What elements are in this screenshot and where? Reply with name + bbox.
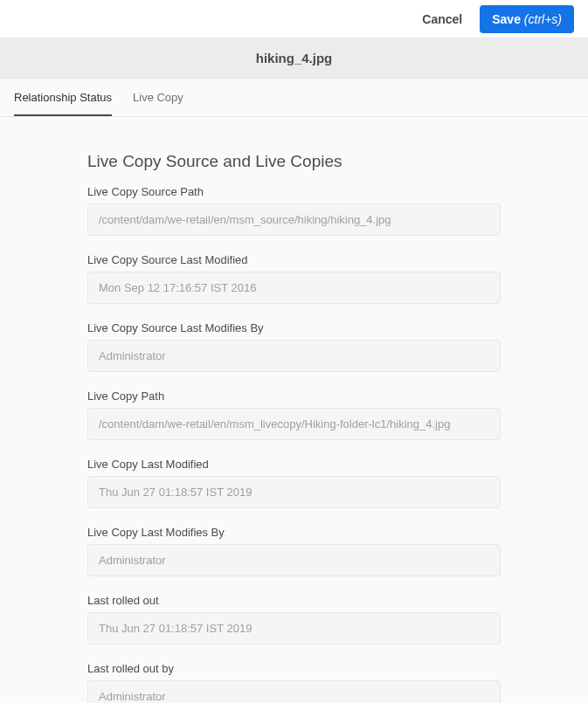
- cancel-button[interactable]: Cancel: [419, 7, 466, 31]
- field-last-rolled-out: Last rolled out: [87, 594, 501, 644]
- field-source-last-modified: Live Copy Source Last Modified: [87, 253, 501, 304]
- input-source-last-modified-by: [87, 340, 501, 372]
- field-last-rolled-out-by: Last rolled out by: [87, 662, 501, 703]
- label-source-last-modified-by: Live Copy Source Last Modifies By: [87, 321, 501, 334]
- label-last-rolled-out: Last rolled out: [87, 594, 501, 607]
- top-bar: Cancel Save (ctrl+s): [0, 0, 588, 38]
- input-live-copy-path: [87, 408, 501, 440]
- input-live-copy-last-modified: [87, 476, 501, 508]
- header-bar: hiking_4.jpg: [0, 38, 588, 79]
- field-live-copy-last-modified-by: Live Copy Last Modifies By: [87, 526, 501, 576]
- save-shortcut: (ctrl+s): [524, 12, 562, 26]
- label-live-copy-last-modified: Live Copy Last Modified: [87, 458, 501, 471]
- tab-relationship-status[interactable]: Relationship Status: [14, 79, 112, 116]
- save-label: Save: [492, 12, 521, 26]
- field-live-copy-last-modified: Live Copy Last Modified: [87, 458, 501, 508]
- field-source-path: Live Copy Source Path: [87, 185, 501, 236]
- field-source-last-modified-by: Live Copy Source Last Modifies By: [87, 321, 501, 372]
- label-live-copy-last-modified-by: Live Copy Last Modifies By: [87, 526, 501, 539]
- input-source-last-modified: [87, 272, 501, 304]
- input-source-path: [87, 203, 501, 236]
- scroll-region[interactable]: Relationship Status Live Copy Live Copy …: [0, 79, 588, 703]
- label-source-path: Live Copy Source Path: [87, 185, 501, 198]
- save-button[interactable]: Save (ctrl+s): [480, 5, 574, 33]
- label-live-copy-path: Live Copy Path: [87, 389, 501, 403]
- tab-list: Relationship Status Live Copy: [0, 79, 588, 117]
- content-panel: Live Copy Source and Live Copies Live Co…: [0, 117, 588, 703]
- input-last-rolled-out-by: [87, 680, 501, 703]
- input-live-copy-last-modified-by: [87, 544, 501, 576]
- input-last-rolled-out: [87, 612, 501, 644]
- field-live-copy-path: Live Copy Path: [87, 389, 501, 440]
- label-source-last-modified: Live Copy Source Last Modified: [87, 253, 501, 266]
- tab-live-copy[interactable]: Live Copy: [133, 79, 183, 116]
- label-last-rolled-out-by: Last rolled out by: [87, 662, 501, 675]
- page-title: hiking_4.jpg: [0, 51, 588, 65]
- section-heading-live-copy: Live Copy Source and Live Copies: [87, 152, 501, 171]
